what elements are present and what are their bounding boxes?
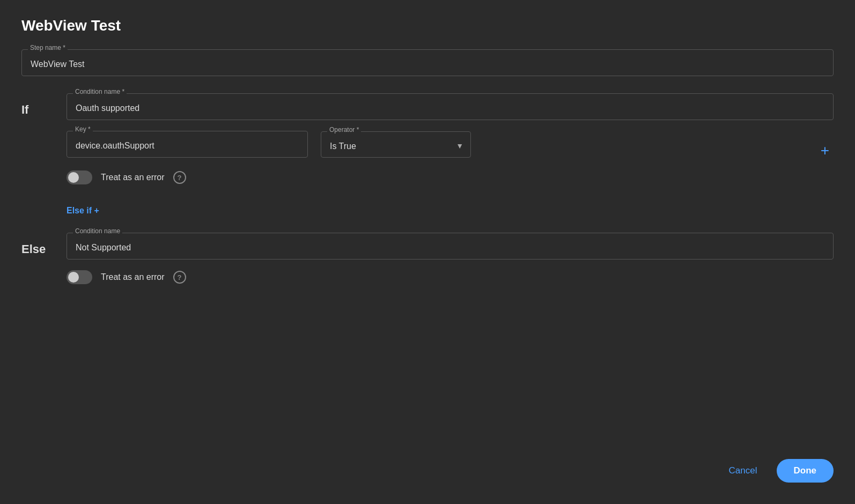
cancel-button[interactable]: Cancel — [720, 460, 766, 481]
operator-field-wrapper: Operator * Is True Is False Equals Not E… — [321, 131, 471, 158]
else-treat-error-row: Treat as an error ? — [67, 270, 834, 284]
done-button[interactable]: Done — [777, 459, 834, 483]
else-label: Else — [21, 233, 54, 256]
key-field-wrapper: Key * — [67, 131, 308, 158]
operator-field-label: Operator * — [327, 126, 361, 134]
if-condition-name-input[interactable] — [67, 93, 834, 120]
else-condition-name-wrapper: Condition name — [67, 233, 834, 260]
else-condition-name-input[interactable] — [67, 233, 834, 260]
step-name-wrapper: Step name * — [21, 49, 834, 76]
if-condition-name-wrapper: Condition name * — [67, 93, 834, 120]
else-if-button[interactable]: Else if + — [67, 202, 99, 220]
if-toggle-thumb — [68, 172, 79, 183]
if-condition-name-label: Condition name * — [73, 88, 127, 95]
if-content: Condition name * Key * Operator * Is Tru… — [67, 93, 834, 193]
else-treat-error-label: Treat as an error — [101, 272, 165, 282]
if-label: If — [21, 93, 54, 117]
else-toggle-thumb — [68, 272, 79, 283]
else-help-icon[interactable]: ? — [173, 271, 186, 284]
step-name-input[interactable] — [21, 49, 834, 76]
key-input[interactable] — [67, 131, 308, 158]
else-treat-error-toggle[interactable] — [67, 270, 92, 284]
step-name-field-group: Step name * — [21, 49, 834, 76]
key-operator-row: Key * Operator * Is True Is False Equals… — [67, 131, 834, 171]
key-field-label: Key * — [73, 125, 93, 133]
else-section: Else Condition name Treat as an error ? — [21, 233, 834, 293]
else-content: Condition name Treat as an error ? — [67, 233, 834, 293]
page-title: WebView Test — [21, 17, 834, 34]
operator-select[interactable]: Is True Is False Equals Not Equals Conta… — [321, 131, 471, 158]
else-condition-name-label: Condition name — [73, 227, 122, 235]
if-section: If Condition name * Key * Operator * Is … — [21, 93, 834, 193]
if-treat-error-row: Treat as an error ? — [67, 171, 834, 184]
if-treat-error-label: Treat as an error — [101, 173, 165, 182]
if-help-icon[interactable]: ? — [173, 171, 186, 184]
step-name-label: Step name * — [28, 44, 68, 51]
bottom-buttons: Cancel Done — [720, 459, 834, 483]
add-condition-button[interactable]: + — [816, 139, 834, 162]
if-treat-error-toggle[interactable] — [67, 171, 92, 184]
